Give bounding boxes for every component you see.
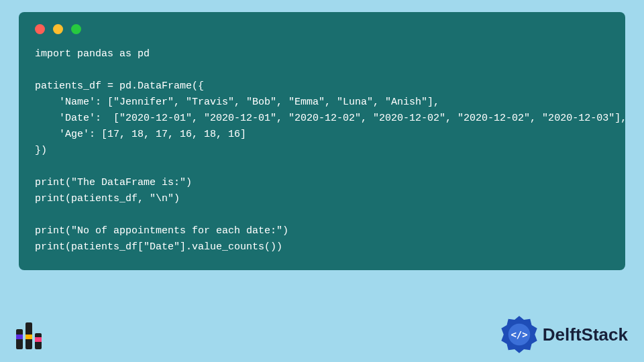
logo-bar (35, 333, 42, 349)
footer: </> DelftStack (16, 315, 628, 354)
window-controls (35, 24, 609, 34)
code-block: import pandas as pd patients_df = pd.Dat… (35, 46, 609, 255)
window-minimize-dot (53, 24, 63, 34)
logo-bar (16, 329, 23, 349)
logo-bar (25, 322, 32, 349)
code-window: import pandas as pd patients_df = pd.Dat… (19, 12, 625, 270)
brand-logo: </> DelftStack (500, 315, 628, 354)
brand-name: DelftStack (543, 324, 628, 345)
window-maximize-dot (71, 24, 81, 34)
svg-text:</>: </> (511, 329, 527, 340)
gear-code-icon: </> (500, 315, 539, 354)
left-logo (16, 320, 42, 349)
window-close-dot (35, 24, 45, 34)
